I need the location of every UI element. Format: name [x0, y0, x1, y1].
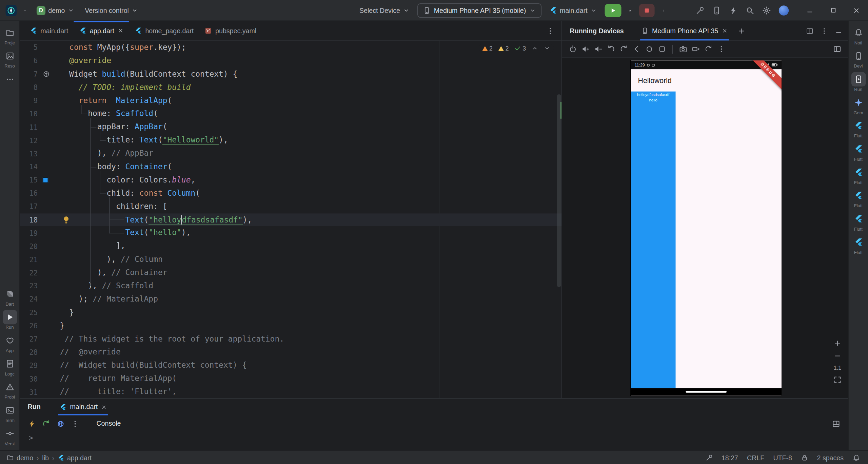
- code-line-17[interactable]: 17 children: [: [20, 200, 561, 213]
- code-line-29[interactable]: 29// Widget build(BuildContext context) …: [20, 359, 561, 372]
- toolwindow-problems[interactable]: Probl: [2, 380, 17, 400]
- panel-options-icon[interactable]: [820, 27, 828, 35]
- code-line-14[interactable]: 14 body: Container(: [20, 160, 561, 173]
- layout-settings-icon[interactable]: [832, 420, 841, 428]
- device-more-actions-icon[interactable]: [717, 45, 726, 53]
- vcs-widget[interactable]: Version control: [81, 3, 141, 18]
- user-avatar[interactable]: [779, 5, 789, 15]
- toolwindow-notifications[interactable]: Noti: [851, 25, 866, 45]
- zoom-fit-icon[interactable]: [834, 376, 842, 384]
- intention-bulb-icon[interactable]: [62, 215, 71, 224]
- editor-scrollbar[interactable]: [557, 94, 561, 287]
- toolwindow-logcat[interactable]: Logc: [2, 356, 17, 376]
- zoom-reset[interactable]: 1:1: [834, 365, 842, 371]
- device-volume-down-icon[interactable]: [594, 45, 603, 53]
- caret-position[interactable]: 18:27: [722, 454, 738, 462]
- close-window-button[interactable]: [852, 6, 860, 14]
- toolwindow-run[interactable]: Run: [2, 310, 17, 330]
- editor-tab-main.dart[interactable]: main.dart: [24, 21, 74, 40]
- run-configuration[interactable]: main.dart: [546, 3, 600, 18]
- code-line-21[interactable]: 21 ), // Column: [20, 253, 561, 266]
- select-device-dropdown[interactable]: Select Device: [356, 3, 413, 18]
- code-line-18[interactable]: 18 Text("helloydfasdsafasdf"),: [20, 213, 561, 227]
- inspections-widget[interactable]: 2 2 3: [479, 44, 554, 53]
- run-button[interactable]: [605, 4, 621, 17]
- code-line-19[interactable]: 19 Text("hello"),: [20, 227, 561, 240]
- device-home-icon[interactable]: [645, 45, 654, 53]
- line-separator[interactable]: CRLF: [747, 454, 764, 462]
- color-preview[interactable]: [43, 177, 48, 183]
- device-restart-icon[interactable]: [705, 45, 713, 53]
- editor-tab-pubspec.yaml[interactable]: pubspec.yaml: [199, 21, 262, 40]
- code-line-6[interactable]: 6 @override: [20, 54, 561, 67]
- toolwindow-dart-analysis[interactable]: Dart: [2, 287, 17, 307]
- device-device-mirror-icon[interactable]: [833, 45, 842, 53]
- file-encoding[interactable]: UTF-8: [773, 454, 792, 462]
- code-line-28[interactable]: 28// @override: [20, 346, 561, 359]
- device-screen[interactable]: 11:29 3G Helloworld: [631, 60, 782, 395]
- editor-tab-home_page.dart[interactable]: home_page.dart: [129, 21, 199, 40]
- breadcrumb-app.dart[interactable]: app.dart: [58, 454, 92, 462]
- close-tab-icon[interactable]: [118, 28, 124, 34]
- device-overview-icon[interactable]: [658, 45, 666, 53]
- code-line-30[interactable]: 30// return MaterialApp(: [20, 372, 561, 385]
- minimize-button[interactable]: [806, 6, 814, 14]
- editor-tab-app.dart[interactable]: app.dart: [74, 21, 129, 40]
- close-tab-icon[interactable]: [722, 28, 728, 34]
- zoom-in-icon[interactable]: [834, 339, 842, 347]
- stop-button[interactable]: [639, 4, 655, 17]
- debug-button[interactable]: [626, 3, 634, 18]
- device-volume-up-icon[interactable]: [581, 45, 590, 53]
- project-structure-icon[interactable]: [696, 6, 705, 15]
- code-editor[interactable]: 5 const MyApp({super.key});6 @override7 …: [20, 41, 561, 398]
- add-device-icon[interactable]: [737, 27, 745, 35]
- device-screenshot-icon[interactable]: [679, 45, 688, 53]
- toolwindow-flutter-inspector[interactable]: Flutt: [851, 142, 866, 162]
- toolwindow-running-devices[interactable]: Run: [851, 72, 866, 92]
- next-problem-icon[interactable]: [544, 45, 551, 52]
- toolwindow-version-control[interactable]: Versi: [2, 426, 17, 446]
- split-view-icon[interactable]: [806, 27, 814, 35]
- open-devtools-icon[interactable]: [57, 420, 65, 428]
- code-line-7[interactable]: 7 Widget build(BuildContext context) {: [20, 67, 561, 81]
- device-power-icon[interactable]: [569, 45, 577, 53]
- code-line-23[interactable]: 23 ), // Scaffold: [20, 279, 561, 293]
- prev-problem-icon[interactable]: [532, 45, 538, 52]
- maximize-button[interactable]: [829, 7, 836, 14]
- search-everywhere-icon[interactable]: [746, 6, 754, 15]
- more-actions-icon[interactable]: [659, 3, 668, 18]
- project-selector[interactable]: D demo: [33, 3, 78, 18]
- zoom-out-icon[interactable]: [834, 352, 842, 360]
- code-line-22[interactable]: 22 ), // Container: [20, 266, 561, 279]
- notifications-icon[interactable]: [852, 454, 860, 462]
- console-output[interactable]: >: [20, 432, 848, 450]
- tab-options-icon[interactable]: [546, 26, 555, 35]
- code-line-26[interactable]: 26}: [20, 319, 561, 332]
- close-tab-icon[interactable]: [101, 404, 107, 410]
- hot-reload-icon[interactable]: [28, 420, 36, 428]
- main-menu-icon[interactable]: [20, 3, 29, 18]
- hot-restart-icon[interactable]: [42, 420, 51, 428]
- code-line-25[interactable]: 25 }: [20, 306, 561, 319]
- code-line-31[interactable]: 31// title: 'Flutter',: [20, 385, 561, 398]
- device-selector[interactable]: Medium Phone API 35 (mobile): [417, 3, 541, 18]
- toolwindow-project[interactable]: Proje: [2, 25, 17, 45]
- toolwindow-flutter-property-editor[interactable]: Flutt: [851, 189, 866, 209]
- toolwindow-flutter-performance[interactable]: Flutt: [851, 165, 866, 185]
- code-line-10[interactable]: 10 home: Scaffold(: [20, 107, 561, 120]
- toolwindow-app-quality-insights[interactable]: App: [2, 333, 17, 353]
- indent-style[interactable]: 2 spaces: [817, 454, 844, 462]
- breadcrumb-demo[interactable]: demo: [7, 454, 34, 462]
- toolwindow-terminal[interactable]: Term: [2, 403, 17, 423]
- code-line-8[interactable]: 8 // TODO: implement build: [20, 81, 561, 94]
- toolwindow-device-manager[interactable]: Devi: [851, 49, 866, 69]
- device-manager-icon[interactable]: [712, 6, 721, 15]
- toolwindow-flutter-coverage[interactable]: Flutt: [851, 212, 866, 232]
- more-icon[interactable]: [71, 420, 79, 428]
- device-screen-record-icon[interactable]: [692, 45, 700, 53]
- device-rotate-left-icon[interactable]: [607, 45, 615, 53]
- readonly-lock-icon[interactable]: [801, 454, 808, 461]
- toolwindow-resource-manager[interactable]: Reso: [2, 49, 17, 69]
- code-line-27[interactable]: 27 // This widget is the root of your ap…: [20, 332, 561, 346]
- hide-panel-icon[interactable]: [835, 27, 843, 35]
